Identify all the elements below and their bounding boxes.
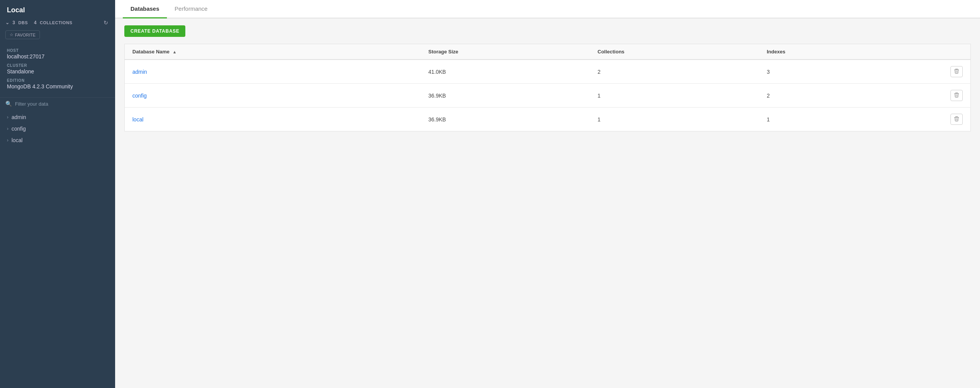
svg-rect-9 bbox=[955, 116, 958, 117]
chevron-right-icon: › bbox=[7, 114, 8, 120]
db-indexes-cell: 2 bbox=[759, 84, 911, 108]
col-header-indexes[interactable]: Indexes bbox=[759, 44, 911, 60]
cluster-label: CLUSTER bbox=[7, 63, 108, 68]
table-row: admin 41.0KB 2 3 bbox=[125, 60, 971, 84]
db-collections-cell: 1 bbox=[590, 84, 759, 108]
db-name-link[interactable]: config bbox=[132, 93, 147, 99]
chevron-right-icon: › bbox=[7, 126, 8, 131]
main-panel: Databases Performance CREATE DATABASE Da… bbox=[115, 0, 980, 388]
sidebar-title: Local bbox=[0, 0, 115, 19]
col-header-actions bbox=[911, 44, 970, 60]
db-collections-cell: 2 bbox=[590, 60, 759, 84]
svg-rect-8 bbox=[954, 117, 959, 118]
db-name-cell: admin bbox=[125, 60, 421, 84]
db-indexes-cell: 3 bbox=[759, 60, 911, 84]
sidebar-db-list: › admin › config › local bbox=[0, 110, 115, 148]
svg-rect-0 bbox=[954, 70, 959, 70]
favorite-label: FAVORITE bbox=[15, 33, 36, 37]
sidebar-filter: 🔍 bbox=[0, 97, 115, 110]
db-name-link[interactable]: admin bbox=[132, 69, 147, 75]
databases-table: Database Name ▲ Storage Size Collections… bbox=[124, 44, 971, 131]
svg-rect-1 bbox=[955, 69, 958, 69]
host-label: HOST bbox=[7, 48, 108, 53]
create-database-button[interactable]: CREATE DATABASE bbox=[124, 25, 185, 37]
sidebar-item-local[interactable]: › local bbox=[0, 134, 115, 146]
collections-label: COLLECTIONS bbox=[40, 20, 73, 25]
delete-database-button[interactable] bbox=[950, 114, 963, 125]
db-name-link[interactable]: local bbox=[132, 116, 144, 123]
tab-bar: Databases Performance bbox=[115, 0, 980, 18]
sidebar-db-name: admin bbox=[12, 114, 26, 120]
search-icon: 🔍 bbox=[5, 101, 12, 107]
main-content: CREATE DATABASE Database Name ▲ Storage … bbox=[115, 18, 980, 388]
star-icon: ☆ bbox=[10, 32, 13, 37]
table-row: config 36.9KB 1 2 bbox=[125, 84, 971, 108]
table-row: local 36.9KB 1 1 bbox=[125, 108, 971, 131]
delete-database-button[interactable] bbox=[950, 66, 963, 77]
dbs-label: DBS bbox=[18, 20, 28, 25]
sidebar-stats: ⌄ 3 DBS 4 COLLECTIONS ↻ bbox=[0, 19, 115, 30]
collections-count: 4 bbox=[34, 20, 37, 25]
cluster-value: Standalone bbox=[7, 68, 108, 75]
db-delete-cell bbox=[911, 84, 970, 108]
favorite-button[interactable]: ☆ FAVORITE bbox=[5, 30, 40, 39]
sidebar-item-admin[interactable]: › admin bbox=[0, 111, 115, 123]
db-name-cell: local bbox=[125, 108, 421, 131]
tab-databases[interactable]: Databases bbox=[123, 0, 167, 18]
sidebar-db-name: local bbox=[12, 137, 23, 143]
edition-label: EDITION bbox=[7, 78, 108, 83]
tab-performance[interactable]: Performance bbox=[167, 0, 215, 18]
db-indexes-cell: 1 bbox=[759, 108, 911, 131]
db-collections-cell: 1 bbox=[590, 108, 759, 131]
sidebar: Local ⌄ 3 DBS 4 COLLECTIONS ↻ ☆ FAVORITE… bbox=[0, 0, 115, 388]
refresh-button[interactable]: ↻ bbox=[102, 19, 110, 27]
filter-input[interactable] bbox=[15, 101, 110, 107]
sidebar-db-name: config bbox=[12, 126, 26, 132]
sidebar-item-config[interactable]: › config bbox=[0, 123, 115, 134]
svg-rect-5 bbox=[955, 93, 958, 93]
sidebar-info: HOST localhost:27017 CLUSTER Standalone … bbox=[0, 45, 115, 97]
chevron-right-icon: › bbox=[7, 138, 8, 143]
chevron-down-icon[interactable]: ⌄ bbox=[5, 20, 9, 25]
db-size-cell: 36.9KB bbox=[421, 84, 590, 108]
col-header-size[interactable]: Storage Size bbox=[421, 44, 590, 60]
svg-rect-4 bbox=[954, 93, 959, 94]
db-size-cell: 41.0KB bbox=[421, 60, 590, 84]
dbs-count: 3 bbox=[12, 20, 15, 25]
db-size-cell: 36.9KB bbox=[421, 108, 590, 131]
sort-asc-icon: ▲ bbox=[172, 50, 177, 54]
edition-value: MongoDB 4.2.3 Community bbox=[7, 83, 108, 90]
db-delete-cell bbox=[911, 60, 970, 84]
delete-database-button[interactable] bbox=[950, 90, 963, 101]
col-header-collections[interactable]: Collections bbox=[590, 44, 759, 60]
col-header-name[interactable]: Database Name ▲ bbox=[125, 44, 421, 60]
db-name-cell: config bbox=[125, 84, 421, 108]
db-delete-cell bbox=[911, 108, 970, 131]
host-value: localhost:27017 bbox=[7, 53, 108, 60]
